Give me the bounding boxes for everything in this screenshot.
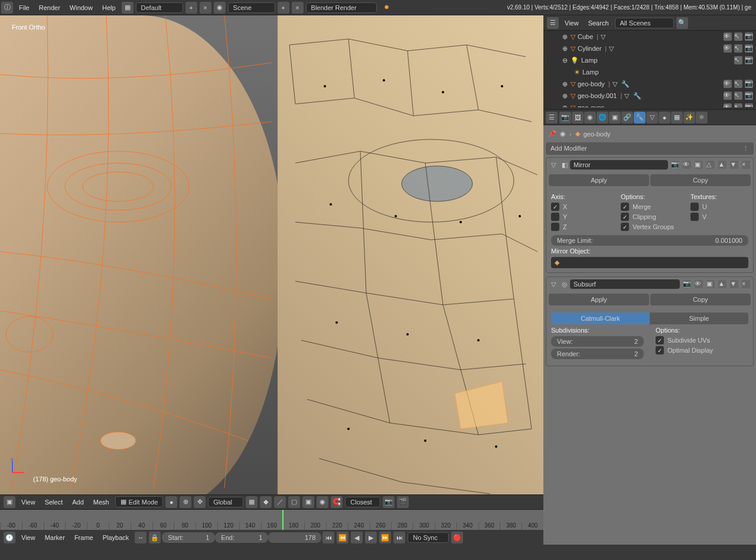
optimal-display-checkbox[interactable] [656,346,664,354]
anim-icon[interactable]: 🎬 [397,496,409,508]
layout-icon[interactable]: ▦ [122,2,133,14]
menu-file[interactable]: File [14,4,34,11]
render-engine-dropdown[interactable]: Blender Render [306,2,377,13]
editor-type-3dview-icon[interactable]: ▣ [4,496,15,508]
editmode-vis-icon[interactable]: ▣ [695,161,703,169]
current-frame-field[interactable]: 178 [268,532,321,543]
camera-icon[interactable]: 📷 [745,56,753,64]
axis-y-checkbox[interactable] [551,213,559,221]
expand-icon[interactable]: ⊕ [560,91,569,100]
copy-button[interactable]: Copy [650,294,751,305]
play-icon[interactable]: ▶ [365,532,377,543]
editor-type-timeline-icon[interactable]: 🕐 [4,532,15,543]
prop-edit-icon[interactable]: ◉ [317,496,328,508]
tab-render[interactable]: 📷 [559,112,571,123]
expand-icon[interactable]: ⊕ [560,103,569,108]
camera-icon[interactable]: 📷 [745,32,753,41]
select-edge-icon[interactable]: ／ [274,496,286,508]
mirror-object-field[interactable]: ◆ [551,257,748,268]
view3d-menu-view[interactable]: View [17,499,40,506]
expand-icon[interactable]: ⊕ [560,32,569,41]
eye-icon[interactable]: 👁 [724,80,732,88]
cursor-icon[interactable]: ↖ [734,80,742,88]
outliner-item-geoeyes[interactable]: ⊕▽geo-eyes👁↖📷 [543,102,756,108]
tab-physics[interactable]: ⚛ [696,112,708,123]
delete-modifier-icon[interactable]: × [742,280,750,288]
editor-type-icon[interactable]: ⓘ [1,2,13,14]
move-up-icon[interactable]: ▲ [718,280,726,288]
autokey-icon[interactable]: 🔴 [451,532,463,543]
layout-del-icon[interactable]: × [200,2,211,14]
subdivide-uvs-checkbox[interactable] [656,336,664,344]
keyframe-next-icon[interactable]: ⏩ [379,532,391,543]
sync-dropdown[interactable]: No Sync [408,532,449,543]
vgroups-checkbox[interactable] [621,223,629,231]
view-subdiv-field[interactable]: View:2 [551,336,644,347]
apply-button[interactable]: Apply [549,294,649,305]
tab-material[interactable]: ● [659,112,670,123]
render-vis-icon[interactable]: 📷 [683,280,691,288]
render-vis-icon[interactable]: 📷 [671,161,679,169]
tex-u-checkbox[interactable] [690,203,699,211]
cursor-icon[interactable]: ↖ [734,56,742,64]
layout-add-icon[interactable]: + [185,2,197,14]
outliner-item-lampdata[interactable]: ☀Lamp [543,66,756,78]
expand-icon[interactable]: ⊕ [560,44,569,53]
axis-z-checkbox[interactable] [551,223,559,231]
render-icon[interactable]: 📷 [383,496,395,508]
timeline-menu-view[interactable]: View [17,534,40,541]
tab-scene[interactable]: ◉ [584,112,596,123]
select-vertex-icon[interactable]: ◆ [260,496,272,508]
lock-icon[interactable]: 🔒 [149,532,161,543]
cursor-icon[interactable]: ↖ [734,44,742,53]
camera-icon[interactable]: 📷 [745,44,753,53]
expand-icon[interactable]: ⊕ [560,79,569,89]
eye-icon[interactable]: 👁 [724,92,732,100]
play-rev-icon[interactable]: ◀ [351,532,363,543]
timeline-menu-marker[interactable]: Marker [40,534,70,541]
merge-limit-field[interactable]: Merge Limit:0.001000 [551,235,748,246]
tab-world[interactable]: 🌐 [597,112,608,123]
move-down-icon[interactable]: ▼ [730,280,738,288]
layout-dropdown[interactable]: Default [136,2,183,13]
menu-render[interactable]: Render [34,4,65,11]
keyframe-prev-icon[interactable]: ⏪ [337,532,348,543]
outliner-tree[interactable]: ⊕▽Cube|▽👁↖📷 ⊕▽Cylinder|▽👁↖📷 ⊖💡Lamp↖📷 ☀La… [543,31,756,108]
outliner-menu-search[interactable]: Search [584,19,614,27]
axis-x-checkbox[interactable] [551,203,559,211]
pivot-icon[interactable]: ⊕ [180,496,191,508]
apply-button[interactable]: Apply [549,174,649,186]
simple-toggle[interactable]: Simple [650,312,748,324]
realtime-vis-icon[interactable]: 👁 [695,280,703,288]
camera-icon[interactable]: 📷 [745,92,753,100]
catmull-clark-toggle[interactable]: Catmull-Clark [551,312,650,324]
timeline-menu-frame[interactable]: Frame [70,534,98,541]
menu-help[interactable]: Help [97,4,120,11]
delete-modifier-icon[interactable]: × [742,161,750,169]
scene-dropdown[interactable]: Scene [228,2,275,13]
outliner-item-cylinder[interactable]: ⊕▽Cylinder|▽👁↖📷 [543,43,756,54]
timeline-ruler[interactable]: -80 -60 -40 -20 0 20 40 60 80 100 120 14… [0,510,543,530]
breadcrumb-object[interactable]: geo-body [584,131,611,138]
3d-viewport[interactable]: Front Ortho z (178) geo-body [0,15,543,494]
cage-icon[interactable]: △ [706,161,715,169]
cursor-icon[interactable]: ↖ [734,92,742,100]
orientation-dropdown[interactable]: Global [208,497,243,507]
tab-data[interactable]: ▽ [646,112,658,123]
editor-type-properties-icon[interactable]: ☰ [546,112,558,123]
outliner-filter-dropdown[interactable]: All Scenes [615,18,674,28]
move-down-icon[interactable]: ▼ [730,161,738,169]
copy-button[interactable]: Copy [650,174,751,186]
tab-render-layers[interactable]: 🖼 [572,112,584,123]
realtime-vis-icon[interactable]: 👁 [683,161,691,169]
camera-icon[interactable]: 📷 [745,80,753,88]
collapse-icon[interactable]: ▽ [549,279,558,289]
layers-icon[interactable]: ▦ [246,496,258,508]
search-icon[interactable]: 🔍 [676,17,688,29]
eye-icon[interactable]: 👁 [724,44,732,53]
outliner-menu-view[interactable]: View [560,19,584,27]
scene-add-icon[interactable]: + [278,2,289,14]
tex-v-checkbox[interactable] [690,213,699,221]
modifier-name-field[interactable]: Mirror [570,160,668,170]
outliner-item-lamp[interactable]: ⊖💡Lamp↖📷 [543,54,756,66]
